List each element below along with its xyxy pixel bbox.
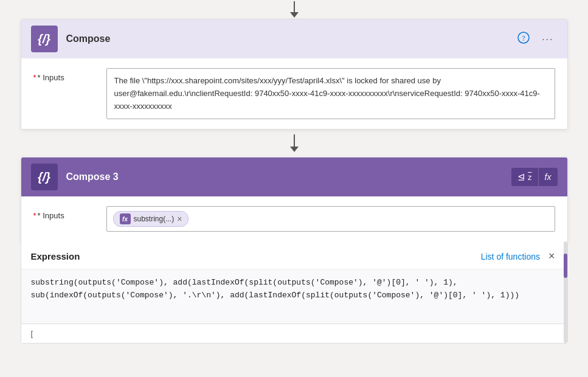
compose-card-body: ** Inputs The file \"https://xxx.sharepo… — [21, 58, 567, 129]
compose-required-marker: * — [33, 73, 36, 82]
compose-card-actions: ? ··· — [514, 29, 557, 49]
compose-icon-box: {/} — [31, 26, 58, 52]
pill-label: substring(...) — [134, 215, 175, 223]
expression-title: Expression — [31, 251, 80, 261]
compose3-card-body: ** Inputs fx substring(...) × — [21, 196, 567, 241]
canvas: {/} Compose ? ··· ** Inputs — [0, 0, 588, 377]
compose3-card-title: Compose 3 — [66, 171, 512, 182]
middle-connector — [290, 130, 299, 157]
pill-close-button[interactable]: × — [177, 215, 182, 223]
compose3-inputs-field[interactable]: fx substring(...) × — [106, 206, 555, 232]
expression-links: List of functions × — [481, 249, 558, 264]
scrollbar-track[interactable] — [564, 241, 567, 343]
compose3-required-marker: * — [33, 211, 36, 220]
expression-panel: Expression List of functions × substring… — [21, 241, 568, 344]
compose3-toolbar-group: ⊴ z fx — [511, 168, 557, 186]
list-of-functions-link[interactable]: List of functions — [481, 252, 540, 261]
compose-inputs-row: ** Inputs The file \"https://xxx.sharepo… — [21, 58, 567, 129]
arrow-head-top — [290, 12, 299, 18]
connector-line-mid — [294, 134, 295, 147]
expression-bottom: [ — [21, 324, 567, 343]
compose3-curly-icon: {/} — [38, 170, 50, 184]
compose-inputs-field[interactable]: The file \"https://xxx.sharepoint.com/si… — [106, 68, 555, 119]
compose3-inputs-label: ** Inputs — [33, 206, 106, 220]
compose-help-button[interactable]: ? — [514, 29, 533, 49]
compose3-fx-button[interactable]: fx — [539, 168, 558, 185]
compose-more-button[interactable]: ··· — [538, 30, 557, 48]
compose3-icon-box: {/} — [31, 164, 58, 190]
compose3-card-header: {/} Compose 3 ⊴ z fx — [21, 157, 567, 196]
compose-card: {/} Compose ? ··· ** Inputs — [21, 19, 568, 130]
top-connector — [290, 0, 299, 18]
expression-close-button[interactable]: × — [546, 249, 558, 264]
expression-body[interactable]: substring(outputs('Compose'), add(lastIn… — [21, 269, 567, 324]
pill-fx-icon: fx — [120, 213, 131, 224]
compose3-card: {/} Compose 3 ⊴ z fx ** Inputs — [21, 157, 568, 241]
expression-text: substring(outputs('Compose'), add(lastIn… — [31, 278, 520, 300]
compose-card-title: Compose — [66, 33, 514, 44]
arrow-head-mid — [290, 147, 299, 152]
expression-bottom-text: [ — [31, 329, 33, 338]
formula-icon: ⊴ — [517, 171, 525, 182]
compose-card-header: {/} Compose ? ··· — [21, 19, 567, 58]
compose3-card-actions: ⊴ z fx — [511, 168, 557, 186]
fx-icon: fx — [545, 172, 552, 182]
connector-line-top — [294, 1, 295, 12]
svg-text:?: ? — [522, 34, 525, 43]
formula-label: z — [528, 173, 532, 182]
compose-curly-icon: {/} — [38, 32, 50, 46]
compose3-inputs-row: ** Inputs fx substring(...) × — [21, 196, 567, 241]
scrollbar-thumb[interactable] — [564, 254, 567, 278]
compose3-formula-button[interactable]: ⊴ z — [511, 168, 539, 186]
compose-inputs-label: ** Inputs — [33, 68, 106, 82]
substring-pill[interactable]: fx substring(...) × — [113, 211, 189, 227]
expression-header: Expression List of functions × — [21, 241, 567, 269]
